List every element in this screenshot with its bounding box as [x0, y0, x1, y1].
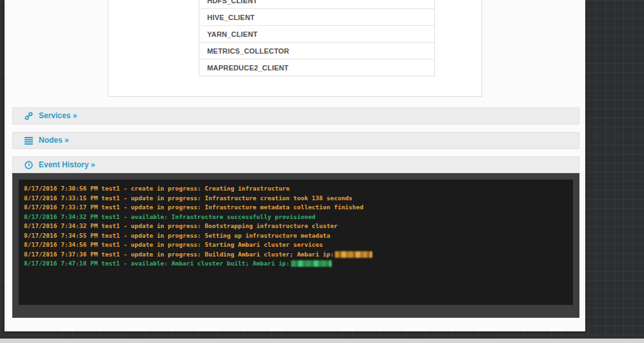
event-history-console[interactable]: 8/17/2016 7:30:56 PM test1 - create in p…	[19, 180, 573, 305]
event-log-line: 8/17/2016 7:37:36 PM test1 - update in p…	[24, 250, 568, 260]
event-log-line: 8/17/2016 7:34:32 PM test1 - available: …	[24, 213, 568, 222]
section-header-services[interactable]: Services »	[12, 107, 579, 124]
section-label: Nodes »	[39, 136, 69, 145]
event-log-line: 8/17/2016 7:34:55 PM test1 - update in p…	[24, 231, 568, 241]
client-table-body: HDFS_CLIENTHIVE_CLIENTYARN_CLIENTMETRICS…	[199, 0, 435, 76]
section-header-nodes[interactable]: Nodes »	[12, 132, 579, 149]
event-log-line: 8/17/2016 7:33:17 PM test1 - update in p…	[24, 203, 568, 213]
event-log-text: 8/17/2016 7:34:32 PM test1 - available: …	[24, 213, 316, 220]
section-header-event-history[interactable]: Event History »	[12, 156, 579, 173]
component-name: YARN_CLIENT	[199, 26, 435, 43]
desktop-background: HDFS_CLIENTHIVE_CLIENTYARN_CLIENTMETRICS…	[0, 0, 644, 343]
event-log-text: 8/17/2016 7:30:56 PM test1 - create in p…	[24, 185, 290, 192]
table-row: YARN_CLIENT	[199, 26, 435, 43]
component-name: HIVE_CLIENT	[199, 9, 435, 26]
event-log-text: 8/17/2016 7:34:32 PM test1 - update in p…	[24, 222, 337, 229]
list-icon	[25, 136, 33, 145]
table-row: MAPREDUCE2_CLIENT	[199, 59, 435, 76]
event-log-text: 8/17/2016 7:47:18 PM test1 - available: …	[24, 260, 290, 267]
table-row: HIVE_CLIENT	[199, 9, 435, 26]
event-log-line: 8/17/2016 7:34:56 PM test1 - update in p…	[24, 240, 568, 250]
link-icon	[25, 112, 33, 120]
client-components-table: HDFS_CLIENTHIVE_CLIENTYARN_CLIENTMETRICS…	[199, 0, 435, 76]
section-label: Services »	[39, 111, 77, 120]
table-row: METRICS_COLLECTOR	[199, 43, 435, 59]
table-row: HDFS_CLIENT	[199, 0, 435, 9]
event-history-panel: 8/17/2016 7:30:56 PM test1 - create in p…	[12, 173, 579, 318]
clock-icon	[25, 161, 33, 169]
component-name: MAPREDUCE2_CLIENT	[199, 59, 435, 76]
event-log-line: 8/17/2016 7:30:56 PM test1 - create in p…	[24, 184, 568, 194]
component-name: METRICS_COLLECTOR	[199, 43, 435, 59]
redacted-ip-blur	[291, 260, 332, 267]
event-log-text: 8/17/2016 7:34:55 PM test1 - update in p…	[24, 232, 330, 239]
event-log-text: 8/17/2016 7:33:17 PM test1 - update in p…	[24, 203, 363, 211]
event-log-text: 8/17/2016 7:33:15 PM test1 - update in p…	[24, 194, 352, 202]
client-components-panel: HDFS_CLIENTHIVE_CLIENTYARN_CLIENTMETRICS…	[108, 0, 482, 97]
redacted-ip-blur	[335, 251, 372, 258]
event-log-line: 8/17/2016 7:33:15 PM test1 - update in p…	[24, 194, 568, 203]
section-label: Event History »	[39, 160, 95, 169]
event-log-line: 8/17/2016 7:47:18 PM test1 - available: …	[24, 259, 568, 269]
event-log-text: 8/17/2016 7:37:36 PM test1 - update in p…	[24, 251, 334, 258]
horizontal-scrollbar[interactable]	[0, 338, 644, 343]
event-log-line: 8/17/2016 7:34:32 PM test1 - update in p…	[24, 222, 568, 231]
component-name: HDFS_CLIENT	[199, 0, 435, 9]
cluster-details-page: HDFS_CLIENTHIVE_CLIENTYARN_CLIENTMETRICS…	[5, 0, 585, 331]
event-log-text: 8/17/2016 7:34:56 PM test1 - update in p…	[24, 241, 323, 248]
